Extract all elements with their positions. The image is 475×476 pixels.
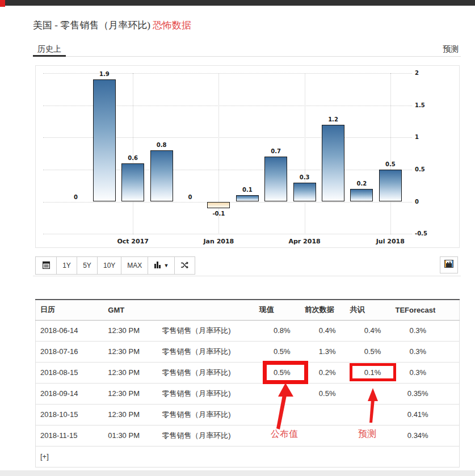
chart-type-icon (154, 261, 161, 270)
chart-bar (150, 150, 173, 202)
x-axis-label: Apr 2018 (282, 238, 327, 245)
chart-bar (350, 189, 373, 202)
chart-bar (93, 79, 116, 201)
tab-history[interactable]: 历史上 (33, 43, 66, 57)
compare-button[interactable] (174, 257, 195, 274)
x-axis-label: Oct 2017 (110, 238, 155, 245)
range-1y-button[interactable]: 1Y (56, 257, 77, 274)
cell-gmt: 12:30 PM (103, 362, 157, 383)
bar-value-label: 0.7 (263, 148, 288, 154)
range-max-button[interactable]: MAX (121, 257, 148, 274)
export-image-icon (444, 260, 453, 270)
header-event (157, 300, 259, 320)
y-axis-label: 1 (415, 134, 419, 140)
range-5y-button[interactable]: 5Y (77, 257, 97, 274)
cell-gmt: 12:30 PM (103, 320, 157, 341)
table-row[interactable]: 2018-09-1412:30 PM零售销售（月率环比)0.5%0.35% (36, 383, 460, 404)
cell-teforecast: 0.34% (395, 425, 459, 446)
chart-bar (293, 183, 316, 202)
page-title-highlight: 恐怖数据 (153, 20, 191, 31)
browser-top-bar (0, 0, 475, 6)
bar-value-label: 0.3 (292, 174, 317, 180)
table-row[interactable]: 2018-08-1512:30 PM零售销售（月率环比)0.5%0.2%0.1%… (36, 362, 460, 383)
cell-gmt: 01:30 PM (103, 425, 157, 446)
cell-previous: 0.4% (305, 320, 350, 341)
export-image-button[interactable] (440, 256, 458, 273)
bar-value-label: 0.8 (149, 142, 174, 148)
cell-teforecast: 0.3% (395, 320, 459, 341)
cell-actual (259, 383, 305, 404)
top-left-red-marker (0, 0, 5, 7)
cell-event: 零售销售（月率环比) (157, 383, 259, 404)
table-row[interactable]: 2018-06-1412:30 PM零售销售（月率环比)0.8%0.4%0.4%… (36, 320, 460, 341)
table-row[interactable]: 2018-11-1501:30 PM零售销售（月率环比)0.34% (36, 425, 460, 446)
table-row[interactable]: 2018-07-1612:30 PM零售销售（月率环比)0.5%1.3%0.5%… (36, 341, 460, 362)
cell-date: 2018-11-15 (36, 425, 104, 446)
chart-bar (322, 125, 344, 202)
gridline-x (305, 73, 305, 234)
table-row[interactable]: 2018-10-1512:30 PM零售销售（月率环比)0.41% (36, 404, 460, 425)
chart-container: 21.510.50-0.5Oct 2017Jan 2018Apr 2018Jul… (35, 65, 460, 248)
y-axis-label: 0 (415, 199, 419, 205)
cell-previous: 0.2% (305, 362, 350, 383)
chart-bar (379, 170, 402, 202)
header-gmt: GMT (103, 300, 157, 320)
page: 美国 - 零售销售（月率环比) 恐怖数据 历史上 预测 21.510.50-0.… (0, 0, 475, 476)
cell-event: 零售销售（月率环比) (157, 404, 259, 425)
bar-value-label: 0.6 (120, 155, 145, 161)
y-axis-label: -0.5 (415, 230, 427, 237)
y-axis-label: 2 (415, 70, 419, 76)
cell-actual (259, 404, 305, 425)
cell-actual: 0.8% (259, 320, 305, 341)
gridline-x (390, 73, 391, 234)
header-teforecast: TEForecast (395, 300, 459, 320)
cell-actual: 0.5% (259, 341, 305, 362)
calendar-table-footer: [+] (36, 446, 460, 467)
bar-value-label: 0.5 (378, 161, 403, 167)
cell-date: 2018-08-15 (36, 362, 104, 383)
cell-event: 零售销售（月率环比) (157, 362, 259, 383)
chart-bar (236, 195, 259, 201)
cell-actual: 0.5% (259, 362, 305, 383)
calendar-range-button[interactable] (36, 257, 56, 274)
cell-gmt: 12:30 PM (103, 404, 157, 425)
cell-consensus: 0.5% (350, 341, 396, 362)
cell-previous: 1.3% (305, 341, 350, 362)
chart-bar (264, 157, 287, 201)
cell-consensus (350, 425, 396, 446)
y-axis-label: 0.5 (415, 166, 425, 172)
tab-bar: 历史上 预测 (33, 43, 461, 57)
range-10y-button[interactable]: 10Y (97, 257, 121, 274)
cell-previous (305, 404, 350, 425)
cell-actual (259, 425, 305, 446)
gridline-y (43, 234, 412, 234)
x-axis-label: Jan 2018 (196, 238, 241, 245)
header-date: 日历 (36, 300, 104, 320)
cell-event: 零售销售（月率环比) (157, 341, 259, 362)
chart-bar (121, 163, 144, 202)
cell-teforecast: 0.35% (395, 383, 459, 404)
bar-value-label: 1.9 (92, 71, 117, 77)
x-axis-label: Jul 2018 (368, 238, 413, 245)
page-title-main: 美国 - 零售销售（月率环比) (33, 20, 153, 31)
cell-gmt: 12:30 PM (103, 341, 157, 362)
chart-bar (207, 202, 230, 208)
chart-type-button[interactable]: ▼ (148, 257, 174, 274)
cell-date: 2018-09-14 (36, 383, 104, 404)
cell-teforecast: 0.3% (395, 341, 459, 362)
header-row: 日历 GMT 现值 前次数据 共识 TEForecast (36, 300, 460, 320)
cell-teforecast: 0.41% (395, 404, 459, 425)
cell-date: 2018-06-14 (36, 320, 104, 341)
chevron-down-icon: ▼ (163, 263, 169, 268)
cell-teforecast: 0.3% (395, 362, 459, 383)
cell-consensus (350, 404, 396, 425)
footer-row: [+] (36, 446, 460, 467)
cell-previous: 0.5% (305, 383, 350, 404)
tab-forecast[interactable]: 预测 (443, 44, 459, 54)
bar-value-label: 0.2 (349, 180, 374, 187)
bar-value-label: 0 (178, 194, 203, 200)
expand-button[interactable]: [+] (36, 446, 460, 467)
chart-plot: 21.510.50-0.5Oct 2017Jan 2018Apr 2018Jul… (36, 66, 459, 247)
bar-value-label: 1.2 (321, 116, 346, 123)
bar-value-label: 0.1 (235, 187, 260, 193)
